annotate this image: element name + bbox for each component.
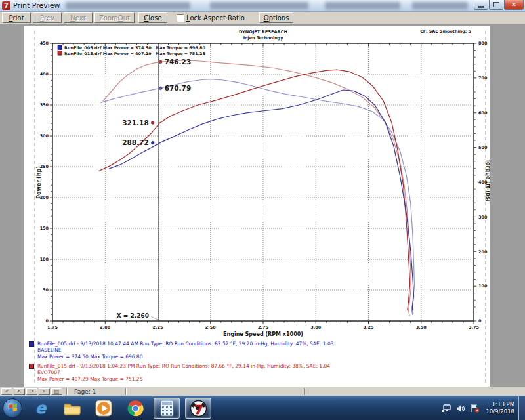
cursor-value-746.23: 746.23	[165, 58, 192, 66]
runfile-015-torque-curve	[103, 60, 411, 316]
statusbar-separator	[125, 388, 127, 395]
svg-text:500: 500	[478, 145, 488, 150]
cursor-x-label: X = 2.260	[117, 312, 149, 319]
cursor-line[interactable]: X = 2.260	[117, 43, 161, 321]
action-center-flag-icon[interactable]	[470, 404, 480, 413]
x-axis-title: Engine Speed (RPM x1000)	[223, 331, 303, 337]
svg-text:350: 350	[40, 102, 49, 108]
axis-tick-labels: 1.752.002.252.502.753.003.253.503.750501…	[40, 41, 488, 329]
svg-text:2.75: 2.75	[258, 325, 268, 330]
statusbar-separator	[66, 388, 68, 395]
svg-text:300: 300	[40, 133, 49, 138]
screen: 7 Print Preview ✕ Print Prev Next Zoom O…	[0, 0, 525, 420]
runfile-005-torque-curve	[101, 79, 415, 315]
calculator-icon	[160, 400, 174, 417]
system-tray: 1:13 PM 10/9/2018	[442, 396, 525, 420]
redacted-title-text	[412, 2, 468, 9]
dynojet-winpep-icon: 7	[190, 400, 207, 417]
svg-text:RunFile_005.drf Max Power = 37: RunFile_005.drf Max Power = 374.50	[64, 45, 152, 51]
start-button[interactable]	[3, 398, 22, 418]
preview-page: 1.752.002.252.502.753.003.253.503.750501…	[24, 26, 490, 387]
run-info-baseline: RunFile_005.drf - 9/13/2018 10:47:44 AM …	[29, 341, 462, 360]
svg-text:RunFile_015.drf Max Power = 40: RunFile_015.drf Max Power = 407.29	[64, 51, 152, 56]
statusbar-separator	[304, 388, 305, 395]
run-info-footer: RunFile_005.drf - 9/13/2018 10:47:44 AM …	[29, 341, 462, 385]
svg-text:150: 150	[40, 226, 49, 231]
svg-text:0: 0	[46, 318, 49, 324]
first-page-button[interactable]: «	[1, 388, 12, 395]
minimize-icon	[478, 6, 484, 8]
maximize-icon	[494, 2, 499, 7]
print-button[interactable]: Print	[2, 12, 31, 23]
svg-text:300: 300	[478, 215, 488, 220]
taskbar-clock[interactable]: 1:13 PM 10/9/2018	[486, 401, 514, 415]
clock-date: 10/9/2018	[486, 408, 514, 415]
toolbar: Print Prev Next Zoom Out Close Lock Aspe…	[0, 12, 525, 24]
close-button[interactable]: ✕	[504, 0, 524, 10]
svg-text:400: 400	[40, 72, 49, 77]
run-line-max: Max Power = 407.29 Max Torque = 751.25	[37, 376, 330, 383]
svg-text:100: 100	[40, 257, 49, 262]
taskbar-dynojet-button[interactable]: 7	[185, 398, 211, 419]
lock-aspect-ratio-checkbox-group: Lock Aspect Ratio	[177, 14, 245, 22]
run-line-conditions: RunFile_005.drf - 9/13/2018 10:47:44 AM …	[37, 341, 333, 347]
windows-logo-icon	[9, 404, 17, 413]
next-button[interactable]: Next	[64, 12, 93, 23]
show-desktop-button[interactable]	[518, 396, 525, 420]
print-preview-area: 1.752.002.252.502.753.003.253.503.750501…	[0, 24, 525, 387]
run-color-swatch	[29, 341, 34, 346]
clock-time: 1:13 PM	[486, 401, 514, 408]
page-number-label: Page: 1	[74, 388, 96, 395]
redacted-title-text	[325, 2, 400, 9]
options-button[interactable]: Options	[259, 12, 294, 23]
run-line-conditions: RunFile_015.drf - 9/13/2018 1:04:23 PM R…	[37, 363, 330, 369]
prev-page-button[interactable]: <	[14, 388, 25, 395]
svg-text:Max Torque = 696.80: Max Torque = 696.80	[156, 45, 206, 51]
folder-icon	[64, 401, 81, 415]
window-controls: ✕	[473, 0, 524, 10]
taskbar-media-player-button[interactable]	[91, 398, 117, 419]
taskbar-chrome-button[interactable]	[122, 398, 148, 419]
close-preview-button[interactable]: Close	[138, 12, 167, 23]
svg-text:50: 50	[43, 287, 49, 293]
dynojet-app-icon: 7	[2, 1, 10, 10]
media-player-icon	[95, 400, 112, 417]
minimize-button[interactable]	[474, 0, 488, 10]
svg-text:7: 7	[194, 402, 203, 417]
right-axis-title: Torque (ft-lbs)	[485, 159, 490, 202]
svg-text:700: 700	[478, 75, 488, 81]
chart-title: DYNOJET RESEARCH	[239, 30, 287, 35]
taskbar-calculator-button[interactable]	[154, 398, 180, 419]
runfile-005-power-curve	[110, 90, 414, 314]
prev-button[interactable]: Prev	[33, 12, 62, 23]
page-setup-button[interactable]: ▤	[51, 388, 62, 395]
run-info-evo7007: RunFile_015.drf - 9/13/2018 1:04:23 PM R…	[29, 363, 462, 383]
taskbar-internet-explorer-button[interactable]: e	[28, 398, 54, 419]
last-page-button[interactable]: »	[39, 388, 50, 395]
cursor-value-288.72: 288.72	[122, 138, 149, 146]
svg-text:450: 450	[40, 41, 49, 46]
lock-aspect-ratio-label: Lock Aspect Ratio	[186, 14, 245, 22]
volume-icon[interactable]	[456, 404, 465, 413]
left-axis-title: Power (hp)	[36, 166, 42, 199]
maximize-button[interactable]	[489, 0, 503, 10]
taskbar-windows-explorer-button[interactable]	[59, 398, 85, 419]
run-line-name: EVO7007	[37, 369, 330, 376]
network-icon[interactable]	[442, 404, 452, 413]
svg-text:600: 600	[478, 110, 488, 116]
svg-text:100: 100	[478, 284, 488, 289]
titlebar: 7 Print Preview ✕	[0, 0, 525, 12]
svg-text:200: 200	[478, 249, 488, 255]
svg-text:3.50: 3.50	[416, 325, 427, 330]
zoom-out-button[interactable]: Zoom Out	[94, 12, 135, 23]
chart-legend: RunFile_005.drf Max Power = 374.50Max To…	[58, 45, 206, 56]
runfile-015-power-curve	[99, 70, 410, 310]
svg-text:1.75: 1.75	[47, 325, 58, 330]
cursor-value-321.18: 321.18	[122, 119, 149, 127]
next-page-button[interactable]: >	[26, 388, 37, 395]
svg-text:3.00: 3.00	[310, 325, 321, 330]
internet-explorer-icon: e	[35, 400, 46, 416]
run-line-name: BASELINE	[37, 347, 333, 354]
run-line-max: Max Power = 374.50 Max Torque = 696.80	[37, 354, 333, 360]
lock-aspect-ratio-checkbox[interactable]	[177, 14, 184, 22]
